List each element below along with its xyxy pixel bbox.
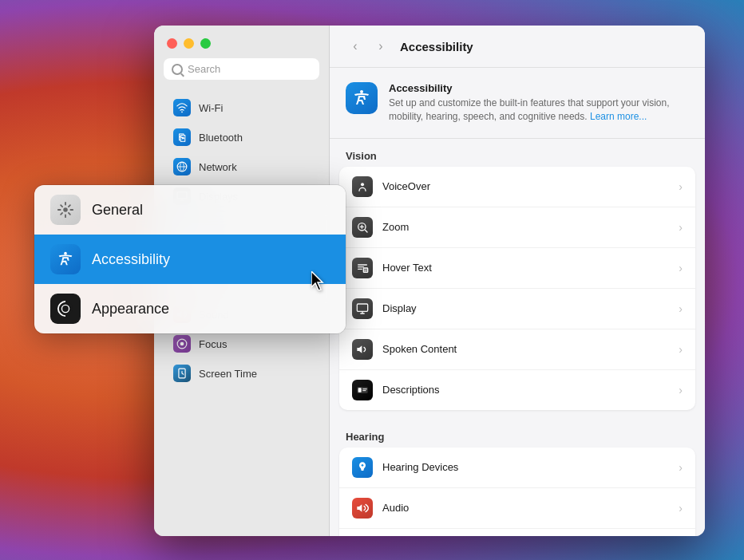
svg-marker-19 (357, 504, 362, 511)
hearing-devices-icon (352, 457, 373, 478)
svg-marker-15 (357, 345, 362, 353)
svg-rect-17 (358, 388, 362, 392)
accessibility-desc-title: Accessibility (389, 82, 689, 94)
accessibility-header-icon (346, 82, 378, 114)
zoom-label: Zoom (382, 221, 679, 233)
svg-point-8 (180, 342, 184, 346)
sidebar-item-wifi-label: Wi-Fi (199, 102, 223, 114)
forward-button[interactable]: › (371, 37, 390, 56)
sidebar-item-bluetooth[interactable]: ⎘ Bluetooth (160, 123, 323, 152)
hover-text-label: Hover Text (382, 262, 679, 274)
network-icon (173, 158, 191, 175)
display-chevron: › (679, 302, 683, 315)
voiceover-row[interactable]: VoiceOver › (339, 167, 695, 207)
main-content: ‹ › Accessibility Accessibility Set up a… (330, 26, 705, 536)
focus-icon (173, 335, 191, 353)
accessibility-desc-text: Set up and customize the built-in featur… (389, 97, 689, 124)
sidebar-item-wifi[interactable]: Wi-Fi (160, 93, 323, 122)
spoken-content-row[interactable]: Spoken Content › (339, 329, 695, 370)
descriptions-label: Descriptions (382, 384, 679, 396)
general-icon (50, 195, 81, 225)
hearing-section-header: Hearing (330, 420, 705, 448)
display-icon (352, 298, 373, 319)
accessibility-description: Accessibility Set up and customize the b… (389, 82, 689, 124)
zoom-icon (352, 217, 373, 238)
descriptions-row[interactable]: Descriptions › (339, 370, 695, 410)
hearing-devices-row[interactable]: Hearing Devices › (339, 448, 695, 488)
sidebar-item-screentime-label: Screen Time (199, 368, 257, 380)
floating-context-menu: General Accessibility Appearance (34, 185, 346, 333)
floating-appearance-icon (50, 294, 81, 324)
floating-general-label: General (92, 202, 143, 219)
floating-accessibility-icon (50, 244, 81, 274)
vision-section-header: Vision (330, 139, 705, 167)
svg-rect-14 (357, 304, 367, 311)
spoken-content-icon (352, 339, 373, 360)
hover-text-icon (352, 258, 373, 278)
spoken-content-chevron: › (679, 343, 683, 356)
back-button[interactable]: ‹ (346, 37, 365, 56)
svg-point-18 (362, 464, 364, 467)
page-title: Accessibility (400, 40, 473, 53)
hearing-devices-label: Hearing Devices (382, 461, 679, 473)
floating-menu-item-accessibility[interactable]: Accessibility (34, 235, 346, 284)
floating-menu-item-appearance[interactable]: Appearance (34, 284, 346, 333)
voiceover-icon (352, 176, 373, 197)
search-icon (172, 64, 183, 75)
sidebar-item-bluetooth-label: Bluetooth (199, 132, 243, 144)
sidebar-item-focus[interactable]: Focus (160, 329, 323, 358)
svg-point-10 (360, 90, 363, 93)
floating-accessibility-label: Accessibility (92, 251, 170, 268)
zoom-row[interactable]: Zoom › (339, 207, 695, 248)
descriptions-icon (352, 380, 373, 400)
accessibility-header: Accessibility Set up and customize the b… (330, 68, 705, 139)
audio-label: Audio (382, 502, 679, 514)
display-row[interactable]: Display › (339, 289, 695, 329)
voiceover-label: VoiceOver (382, 180, 679, 192)
minimize-button[interactable] (184, 38, 194, 49)
spoken-content-label: Spoken Content (382, 343, 679, 355)
descriptions-chevron: › (679, 384, 683, 396)
search-bar[interactable]: Search (164, 58, 319, 80)
display-label: Display (382, 302, 679, 314)
voiceover-chevron: › (679, 180, 683, 193)
content-header: ‹ › Accessibility (330, 26, 705, 68)
captions-row[interactable]: Captions › (339, 529, 695, 536)
audio-row[interactable]: Audio › (339, 488, 695, 529)
hearing-settings-group: Hearing Devices › Audio › (339, 448, 695, 536)
svg-point-11 (361, 183, 364, 186)
hover-text-row[interactable]: Hover Text › (339, 248, 695, 289)
hearing-devices-chevron: › (679, 461, 683, 474)
floating-appearance-label: Appearance (92, 301, 169, 317)
floating-menu-item-general[interactable]: General (34, 185, 346, 235)
svg-point-21 (63, 207, 68, 212)
screentime-icon (173, 365, 191, 382)
search-placeholder: Search (188, 63, 220, 75)
wifi-icon (173, 99, 191, 116)
zoom-chevron: › (679, 221, 683, 234)
window-controls (154, 26, 329, 58)
svg-point-22 (64, 252, 67, 255)
hover-text-chevron: › (679, 262, 683, 274)
sidebar-item-network-label: Network (199, 161, 237, 173)
audio-chevron: › (679, 502, 683, 515)
maximize-button[interactable] (200, 38, 211, 49)
bluetooth-icon: ⎘ (173, 128, 191, 146)
sidebar-item-screentime[interactable]: Screen Time (160, 359, 323, 388)
audio-icon (352, 498, 373, 519)
sidebar-item-focus-label: Focus (199, 338, 227, 350)
sidebar-item-network[interactable]: Network (160, 152, 323, 181)
close-button[interactable] (167, 38, 177, 49)
vision-settings-group: VoiceOver › Zoom › (339, 167, 695, 410)
learn-more-link[interactable]: Learn more... (590, 111, 647, 122)
svg-point-0 (181, 111, 183, 112)
